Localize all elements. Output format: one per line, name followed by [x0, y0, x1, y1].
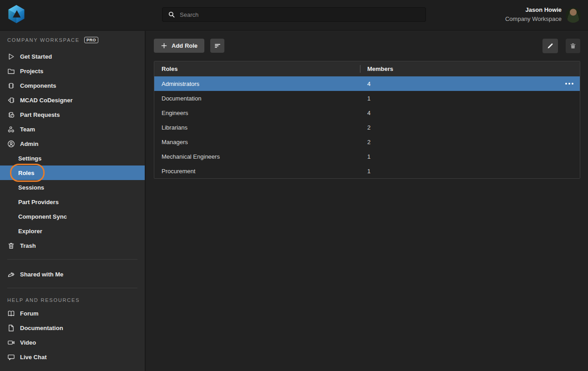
sidebar-item-roles[interactable]: Roles	[0, 165, 145, 180]
role-name: Mechanical Engineers	[154, 153, 360, 160]
role-row-managers[interactable]: Managers 2	[154, 135, 580, 149]
sidebar-item-label: Component Sync	[18, 213, 67, 220]
help-section-header: HELP AND RESOURCES	[0, 296, 145, 305]
sidebar-item-shared-with-me[interactable]: Shared with Me	[0, 267, 145, 281]
user-workspace: Company Workspace	[505, 15, 562, 24]
folder-icon	[7, 67, 15, 75]
table-header: Roles Members	[154, 61, 580, 76]
workspace-label: COMPANY WORKSPACE	[7, 37, 80, 43]
person-circle-icon	[7, 140, 15, 148]
sidebar-item-label: Sessions	[18, 184, 44, 191]
sidebar-item-label: Documentation	[20, 325, 63, 331]
sidebar-item-admin[interactable]: Admin	[0, 136, 145, 151]
add-role-label: Add Role	[172, 42, 198, 49]
role-name: Librarians	[154, 124, 360, 131]
people-icon	[7, 125, 15, 133]
role-row-librarians[interactable]: Librarians 2	[154, 120, 580, 135]
user-name: Jason Howie	[505, 5, 562, 15]
sidebar-item-mcad-codesigner[interactable]: MCAD CoDesigner	[0, 93, 145, 107]
edit-role-button[interactable]	[542, 39, 558, 53]
sidebar-item-video[interactable]: Video	[0, 335, 145, 350]
sidebar-item-settings[interactable]: Settings	[0, 151, 145, 165]
member-count: 2	[360, 124, 580, 131]
member-count: 4	[360, 80, 580, 87]
role-name: Documentation	[154, 95, 360, 102]
sidebar-divider	[7, 259, 137, 260]
sidebar-item-label: Projects	[20, 68, 43, 75]
role-name: Managers	[154, 139, 360, 145]
role-row-mechanical-engineers[interactable]: Mechanical Engineers 1	[154, 149, 580, 164]
member-count: 4	[360, 110, 580, 116]
help-header-label: HELP AND RESOURCES	[7, 297, 80, 303]
role-name: Engineers	[154, 110, 360, 116]
sidebar-item-label: Team	[20, 126, 35, 133]
chip-question-icon: ?	[7, 111, 15, 119]
sidebar-item-component-sync[interactable]: Component Sync	[0, 209, 145, 224]
column-header-roles: Roles	[154, 65, 360, 72]
user-menu[interactable]: Jason Howie Company Workspace	[505, 5, 562, 24]
sort-button[interactable]	[210, 39, 224, 53]
search-icon	[168, 11, 175, 18]
book-icon	[7, 310, 15, 317]
sidebar-item-part-requests[interactable]: ? Part Requests	[0, 107, 145, 122]
roles-table: Roles Members Administrators 4 Documenta…	[154, 61, 580, 179]
add-role-button[interactable]: Add Role	[154, 39, 204, 53]
role-row-administrators[interactable]: Administrators 4	[154, 76, 580, 91]
chat-bubble-icon	[7, 353, 15, 361]
member-count: 1	[360, 153, 580, 160]
search-input[interactable]	[180, 11, 420, 18]
column-divider	[360, 65, 360, 73]
sidebar-item-part-providers[interactable]: Part Providers	[0, 195, 145, 209]
search-bar	[162, 7, 426, 22]
sidebar-item-label: Explorer	[18, 228, 42, 235]
sidebar-item-label: Live Chat	[20, 354, 47, 361]
sidebar-item-label: Get Started	[20, 53, 52, 60]
sidebar-item-projects[interactable]: Projects	[0, 64, 145, 78]
sidebar: COMPANY WORKSPACE PRO Get Started Projec…	[0, 31, 146, 371]
document-icon	[7, 324, 15, 332]
member-count: 1	[360, 168, 580, 175]
sidebar-item-label: Forum	[20, 310, 38, 317]
role-row-procurement[interactable]: Procurement 1	[154, 164, 580, 178]
role-row-engineers[interactable]: Engineers 4	[154, 105, 580, 120]
pro-badge: PRO	[84, 37, 98, 43]
role-name: Administrators	[154, 80, 360, 87]
sidebar-item-team[interactable]: Team	[0, 122, 145, 136]
role-name: Procurement	[154, 168, 360, 175]
sidebar-item-explorer[interactable]: Explorer	[0, 224, 145, 238]
user-avatar[interactable]	[566, 8, 581, 23]
member-count: 2	[360, 139, 580, 145]
pencil-icon	[547, 42, 554, 50]
trash-icon	[7, 242, 15, 250]
row-overflow-menu-icon[interactable]	[565, 76, 573, 91]
chip-icon	[7, 82, 15, 90]
sidebar-item-forum[interactable]: Forum	[0, 306, 145, 321]
top-bar: Jason Howie Company Workspace	[0, 0, 588, 30]
roles-toolbar: Add Role	[154, 39, 580, 53]
plus-icon	[161, 42, 167, 49]
main-content: Add Role Roles Members Administrators 4 …	[146, 31, 588, 371]
app-logo[interactable]	[5, 4, 27, 25]
sidebar-item-label: Part Providers	[18, 199, 59, 206]
sidebar-item-label: Settings	[18, 155, 41, 162]
sidebar-item-label: MCAD CoDesigner	[20, 97, 73, 104]
sidebar-item-label: Part Requests	[20, 111, 60, 118]
video-camera-icon	[7, 339, 15, 346]
share-arrow-icon	[7, 271, 15, 278]
sidebar-item-live-chat[interactable]: Live Chat	[0, 350, 145, 364]
workspace-header: COMPANY WORKSPACE PRO	[0, 31, 145, 49]
svg-text:?: ?	[12, 114, 13, 117]
sidebar-item-label: Video	[20, 339, 36, 346]
sidebar-item-sessions[interactable]: Sessions	[0, 180, 145, 195]
role-row-documentation[interactable]: Documentation 1	[154, 91, 580, 105]
sidebar-item-documentation[interactable]: Documentation	[0, 321, 145, 335]
sidebar-item-get-started[interactable]: Get Started	[0, 49, 145, 64]
delete-role-button[interactable]	[566, 39, 580, 53]
sort-icon	[214, 42, 221, 50]
play-icon	[7, 53, 15, 60]
sidebar-item-components[interactable]: Components	[0, 78, 145, 93]
sidebar-item-trash[interactable]: Trash	[0, 238, 145, 253]
sidebar-item-label: Admin	[20, 140, 38, 147]
cube-logo-icon	[5, 4, 27, 25]
trash-icon	[569, 42, 577, 50]
